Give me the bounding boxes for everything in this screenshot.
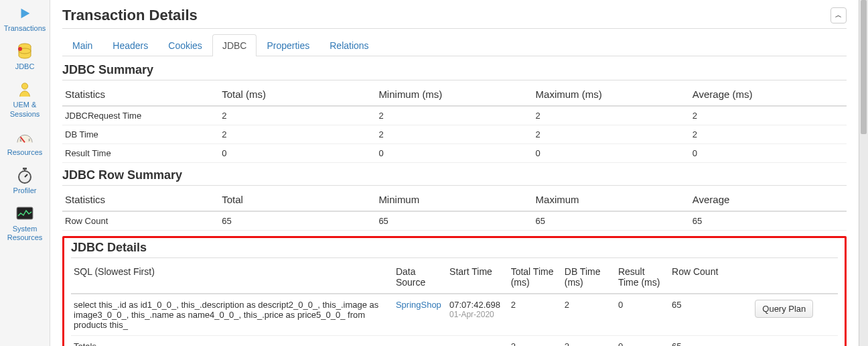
user-icon [17,80,32,99]
scrollbar[interactable] [859,0,868,346]
cell-stat: Result Time [62,144,219,163]
cell-total: 0 [219,144,376,163]
col-total-time: Total Time (ms) [508,261,562,294]
table-row: select this_.id as id1_0_0_, this_.descr… [71,294,838,336]
tab-properties[interactable]: Properties [257,34,319,56]
table-row: Row Count 65 65 65 65 [62,211,847,231]
cell-min: 65 [376,211,532,231]
table-row: DB Time 2 2 2 2 [62,125,847,144]
cell-stat: JDBCRequest Time [62,106,219,125]
sidebar-item-label: Profiler [13,186,37,195]
col-total: Total (ms) [219,83,376,106]
tab-cookies[interactable]: Cookies [158,34,212,56]
col-db-time: DB Time (ms) [562,261,616,294]
start-time-value: 07:07:42.698 [449,300,506,310]
col-minimum: Minimum [376,188,532,211]
jdbc-row-summary-table: Statistics Total Minimum Maximum Average… [62,188,847,231]
cell-min: 2 [376,125,532,144]
table-row: JDBCRequest Time 2 2 2 2 [62,106,847,125]
cell-row-count: 65 [669,294,731,336]
cell-result-time: 0 [616,294,669,336]
cell-start-time: 07:07:42.698 01-Apr-2020 [447,294,508,336]
cell-total: 2 [219,125,376,144]
database-icon [17,42,33,61]
col-minimum: Minimum (ms) [376,83,532,106]
page-title-row: Transaction Details ︿ [62,7,847,29]
cell-max: 65 [533,211,690,231]
totals-result-time: 0 [616,336,669,347]
totals-row-count: 65 [669,336,731,347]
col-statistics: Statistics [62,188,219,211]
col-average: Average (ms) [690,83,847,106]
sidebar-item-label: UEM & Sessions [1,101,48,118]
cell-min: 2 [376,106,532,125]
col-maximum: Maximum [533,188,690,211]
svg-text:F: F [29,138,31,141]
col-start-time: Start Time [447,261,508,294]
svg-marker-0 [21,9,30,19]
tab-jdbc[interactable]: JDBC [212,34,257,56]
cell-total: 2 [219,106,376,125]
cell-avg: 65 [690,211,847,231]
cell-db-time: 2 [562,294,616,336]
chevron-up-icon: ︿ [835,11,842,20]
col-average: Average [690,188,847,211]
stopwatch-icon [17,166,33,185]
sidebar: Transactions JDBC UEM & Sessions EF Reso… [0,0,50,346]
sidebar-item-jdbc[interactable]: JDBC [0,38,50,76]
cell-stat: DB Time [62,125,219,144]
collapse-button[interactable]: ︿ [830,7,847,23]
col-result-time: Result Time (ms) [616,261,669,294]
cell-sql: select this_.id as id1_0_0_, this_.descr… [71,294,393,336]
tab-relations[interactable]: Relations [319,34,378,56]
sidebar-item-label: JDBC [15,62,35,71]
tabs: Main Headers Cookies JDBC Properties Rel… [62,34,847,56]
jdbc-details-title: JDBC Details [71,241,838,258]
col-row-count: Row Count [669,261,731,294]
tab-headers[interactable]: Headers [102,34,158,56]
page-title: Transaction Details [62,7,198,24]
sidebar-item-uem-sessions[interactable]: UEM & Sessions [0,76,50,123]
cell-stat: Row Count [62,211,219,231]
jdbc-details-table: SQL (Slowest First) Data Source Start Ti… [71,261,838,346]
totals-db-time: 2 [562,336,616,347]
cell-max: 0 [533,144,690,163]
totals-label: Totals [71,336,393,347]
cell-total-time: 2 [508,294,562,336]
col-maximum: Maximum (ms) [533,83,690,106]
main-content: Transaction Details ︿ Main Headers Cooki… [50,0,859,346]
jdbc-details-highlight: JDBC Details SQL (Slowest First) Data So… [62,236,847,346]
sidebar-item-label: System Resources [1,225,48,242]
totals-row: Totals 2 2 0 65 [71,336,838,347]
jdbc-row-summary-title: JDBC Row Summary [62,168,847,186]
sidebar-item-transactions[interactable]: Transactions [0,0,50,38]
sidebar-item-label: Resources [7,148,43,157]
col-actions [731,261,838,294]
col-sql: SQL (Slowest First) [71,261,393,294]
jdbc-summary-table: Statistics Total (ms) Minimum (ms) Maxim… [62,83,847,163]
table-row: Result Time 0 0 0 0 [62,144,847,163]
sidebar-item-system-resources[interactable]: System Resources [0,200,50,247]
cell-avg: 2 [690,125,847,144]
scrollbar-thumb[interactable] [861,0,867,134]
tab-main[interactable]: Main [62,34,102,56]
totals-total-time: 2 [508,336,562,347]
monitor-icon [16,205,33,223]
start-date-value: 01-Apr-2020 [449,310,506,319]
gauge-icon: EF [16,128,33,147]
col-total: Total [219,188,376,211]
cell-max: 2 [533,106,690,125]
sidebar-item-label: Transactions [4,24,46,33]
sidebar-item-profiler[interactable]: Profiler [0,162,50,200]
jdbc-summary-title: JDBC Summary [62,63,847,80]
cell-total: 65 [219,211,376,231]
col-statistics: Statistics [62,83,219,106]
svg-point-3 [18,47,22,51]
query-plan-button[interactable]: Query Plan [755,300,813,318]
sidebar-item-resources[interactable]: EF Resources [0,124,50,162]
cell-min: 0 [376,144,532,163]
cell-avg: 0 [690,144,847,163]
play-icon [17,4,32,23]
data-source-link[interactable]: SpringShop [396,300,441,310]
svg-text:E: E [20,138,22,141]
